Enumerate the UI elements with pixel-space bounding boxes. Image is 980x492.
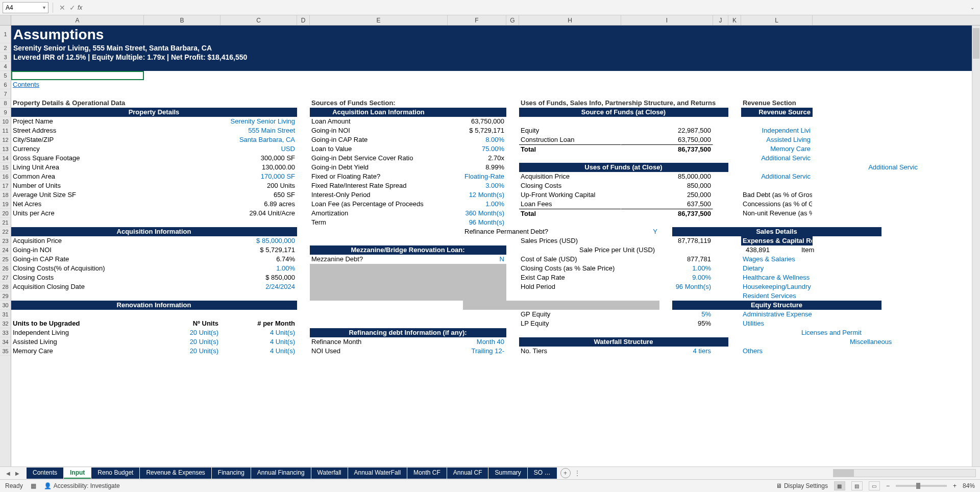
cell[interactable] [772,245,787,255]
cell[interactable]: Going-in NOI [11,245,144,255]
cell-a4[interactable] [11,62,144,71]
row-header[interactable]: 22 [0,227,11,236]
cell[interactable] [297,108,310,117]
cell[interactable] [713,126,728,135]
cell[interactable] [728,172,741,181]
cell[interactable] [310,310,448,319]
sheet-tab[interactable]: Waterfall [311,468,348,479]
cell[interactable]: Loan to Value [310,144,448,154]
cell[interactable]: 63,750,000 [621,135,713,144]
col-header[interactable]: G [506,15,519,25]
sheet-tab[interactable]: Revenue & Expenses [140,468,211,479]
cell[interactable]: 1.00% [621,264,713,273]
cell[interactable] [297,117,310,126]
cell[interactable] [220,218,297,227]
row-header[interactable]: 23 [0,236,11,245]
cell[interactable] [519,89,621,99]
cell[interactable] [448,80,506,89]
cell[interactable]: Independent Living [11,328,144,337]
cell[interactable] [448,310,506,319]
cell[interactable] [506,108,519,117]
cell[interactable]: Fixed Rate/Interest Rate Spread [310,181,448,190]
cell[interactable] [506,181,519,190]
cell[interactable]: Mezzanine Debt? [310,255,448,264]
cell[interactable] [11,71,144,80]
cells-area[interactable]: AssumptionsSerenity Senior Living, 555 M… [11,26,980,466]
cell[interactable] [506,264,519,273]
cell[interactable] [297,126,310,135]
cell[interactable] [713,236,728,245]
cell[interactable]: NOI Used [310,347,448,356]
row-header[interactable]: 24 [0,245,11,255]
cell[interactable]: N [448,255,506,264]
cell[interactable] [448,282,506,291]
cell[interactable] [519,218,621,227]
cell[interactable] [820,163,836,172]
cell[interactable] [728,163,820,172]
cell[interactable]: Expenses & Capital Res [741,236,813,245]
sheet-tab[interactable]: SO … [528,468,557,479]
cell[interactable] [506,291,519,301]
cell[interactable] [506,71,519,80]
expand-formula-icon[interactable]: ⌄ [967,5,977,10]
cell[interactable] [220,291,297,301]
cell[interactable]: 2/24/2024 [220,282,297,291]
cell[interactable] [144,172,220,181]
cell[interactable]: 20 Unit(s) [144,337,220,347]
cell[interactable] [144,310,220,319]
cell[interactable] [297,319,310,328]
cell[interactable] [144,62,220,71]
cell[interactable]: Common Area [11,172,144,181]
cell[interactable] [144,255,220,264]
cell[interactable] [728,319,741,328]
cell[interactable]: Loan Fee (as Percentage of Proceeds [310,200,448,209]
cell[interactable] [621,71,713,80]
col-header[interactable]: A [11,15,144,25]
cell[interactable] [519,117,621,126]
cell[interactable]: Nº Units [144,319,220,328]
cell[interactable]: Item [800,245,871,255]
view-page-break-icon[interactable]: ▭ [869,481,880,490]
accessibility-status[interactable]: 👤Accessibility: Investigate [44,482,120,489]
cell[interactable]: Non-unit Revenue (as % [741,209,813,218]
cell[interactable] [728,181,741,190]
cell[interactable] [506,200,519,209]
cell[interactable]: Additional Servic [741,172,813,181]
cell[interactable]: Equity [519,126,621,135]
cell[interactable]: Amortization [310,209,448,218]
cell[interactable] [144,209,220,218]
cell[interactable] [506,163,519,172]
row-header[interactable]: 12 [0,135,11,144]
cell[interactable]: Going-in Debt Yield [310,163,448,172]
cell[interactable] [297,80,310,89]
cell[interactable] [220,310,297,319]
col-header[interactable]: F [448,15,506,25]
cell[interactable]: 2.70x [448,154,506,163]
cell[interactable] [297,190,310,200]
cell[interactable] [506,126,519,135]
cell[interactable]: LP Equity [519,319,621,328]
cell[interactable]: Loan Fees [519,200,621,209]
cell[interactable] [713,154,728,163]
cell[interactable]: Term [310,218,448,227]
view-page-layout-icon[interactable]: ▤ [851,481,863,490]
cell[interactable] [297,255,310,264]
cell[interactable] [506,117,519,126]
cell[interactable] [741,117,813,126]
cell[interactable] [713,190,728,200]
cell[interactable]: Licenses and Permit [800,328,871,337]
sheet-tab[interactable]: Financing [212,468,251,479]
formula-input[interactable] [85,2,967,13]
cell[interactable]: Total [519,144,621,154]
cell[interactable] [297,227,374,236]
cell[interactable] [310,282,448,291]
row-header[interactable]: 33 [0,328,11,337]
row-header[interactable]: 1 [0,26,11,43]
cell[interactable] [144,144,220,154]
cell[interactable] [144,89,220,99]
cell[interactable]: 555 Main Street [220,126,297,135]
cell[interactable] [713,172,728,181]
row-header[interactable]: 10 [0,117,11,126]
cell[interactable]: 29.04 Unit/Acre [220,209,297,218]
cell[interactable]: 1.00% [448,200,506,209]
